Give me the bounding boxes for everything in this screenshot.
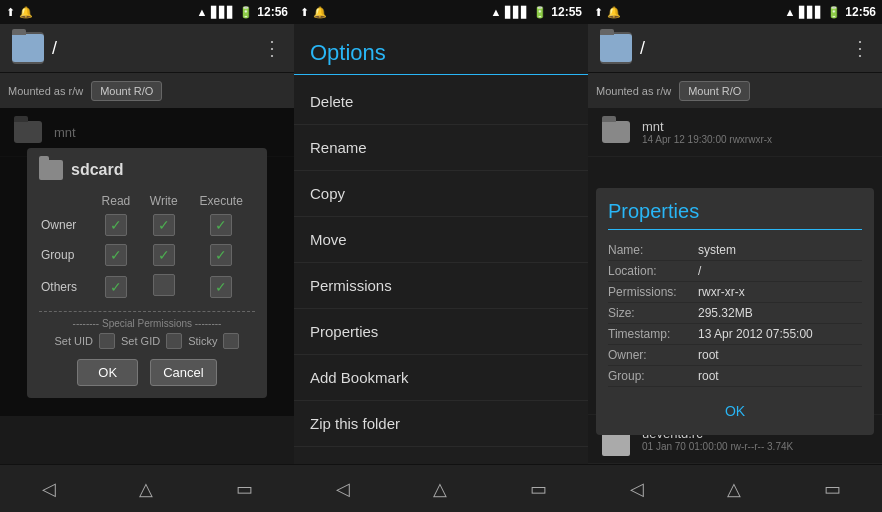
back-button-2[interactable]: ◁ [316,470,370,508]
wifi-icon: ▲ [196,6,207,18]
mount-button-3[interactable]: Mount R/O [679,81,750,101]
option-delete[interactable]: Delete [294,79,588,125]
title-bar-3: / ⋮ [588,24,882,72]
overflow-menu-1[interactable]: ⋮ [262,36,282,60]
props-label-owner: Owner: [608,348,698,362]
status-time-2: 12:55 [551,5,582,19]
file-list-1: mnt sdcard Read Write Execute [0,108,294,464]
group-write[interactable]: ✓ [140,240,187,270]
usb-icon: ⬆ [6,6,15,19]
file-meta-mnt-3: 14 Apr 12 19:30:00 rwxrwxr-x [642,134,772,145]
props-label-timestamp: Timestamp: [608,327,698,341]
others-execute[interactable]: ✓ [187,270,255,303]
properties-title: Properties [608,200,862,230]
properties-ok-button[interactable]: OK [709,399,761,423]
title-bar-1: / ⋮ [0,24,294,72]
dialog-title: sdcard [39,160,255,180]
row-label-owner: Owner [39,210,92,240]
back-button-3[interactable]: ◁ [610,470,664,508]
mount-button-1[interactable]: Mount R/O [91,81,162,101]
recent-button-1[interactable]: ▭ [216,470,273,508]
table-row-group: Group ✓ ✓ ✓ [39,240,255,270]
permissions-dialog: sdcard Read Write Execute Owner [27,148,267,398]
props-value-timestamp: 13 Apr 2012 07:55:00 [698,327,813,341]
props-value-location: / [698,264,701,278]
status-right-2: ▲ ▋▋▋ 🔋 12:55 [490,5,582,19]
owner-read[interactable]: ✓ [92,210,140,240]
option-zip-folder[interactable]: Zip this folder [294,401,588,447]
status-bar-2: ⬆ 🔔 ▲ ▋▋▋ 🔋 12:55 [294,0,588,24]
setuid-checkbox[interactable] [99,333,115,349]
status-time-3: 12:56 [845,5,876,19]
props-value-size: 295.32MB [698,306,753,320]
props-row-location: Location: / [608,261,862,282]
panel-properties: ⬆ 🔔 ▲ ▋▋▋ 🔋 12:56 / ⋮ Mounted as r/w Mou… [588,0,882,512]
overflow-menu-3[interactable]: ⋮ [850,36,870,60]
setgid-label: Set GID [121,335,160,347]
permissions-table: Read Write Execute Owner ✓ ✓ ✓ [39,192,255,303]
option-permissions[interactable]: Permissions [294,263,588,309]
option-copy[interactable]: Copy [294,171,588,217]
back-button-1[interactable]: ◁ [22,470,76,508]
signal-icon-3: ▋▋▋ [799,6,823,19]
col-blank [39,192,92,210]
option-create-tar[interactable]: Create Tar [294,447,588,464]
notification-icon-3: 🔔 [607,6,621,19]
bottom-nav-2: ◁ △ ▭ [294,464,588,512]
status-bar-3: ⬆ 🔔 ▲ ▋▋▋ 🔋 12:56 [588,0,882,24]
props-label-group: Group: [608,369,698,383]
col-write: Write [140,192,187,210]
panel-permissions: ⬆ 🔔 ▲ ▋▋▋ 🔋 12:56 / ⋮ Mounted as r/w Mou… [0,0,294,512]
props-label-name: Name: [608,243,698,257]
home-button-2[interactable]: △ [413,470,467,508]
recent-button-2[interactable]: ▭ [510,470,567,508]
properties-table: Name: system Location: / Permissions: rw… [608,240,862,387]
props-row-group: Group: root [608,366,862,387]
dialog-buttons: OK Cancel [39,359,255,386]
props-value-group: root [698,369,719,383]
wifi-icon-2: ▲ [490,6,501,18]
ok-button[interactable]: OK [77,359,138,386]
bottom-nav-3: ◁ △ ▭ [588,464,882,512]
app-icon-1 [12,32,44,64]
notification-icon-2: 🔔 [313,6,327,19]
usb-icon-3: ⬆ [594,6,603,19]
option-rename[interactable]: Rename [294,125,588,171]
col-read: Read [92,192,140,210]
option-add-bookmark[interactable]: Add Bookmark [294,355,588,401]
file-list-3: mnt 14 Apr 12 19:30:00 rwxrwxr-x Propert… [588,108,882,464]
mount-text-3: Mounted as r/w [596,85,671,97]
sticky-checkbox[interactable] [223,333,239,349]
others-read[interactable]: ✓ [92,270,140,303]
props-label-size: Size: [608,306,698,320]
props-label-location: Location: [608,264,698,278]
props-value-owner: root [698,348,719,362]
file-info-mnt-3: mnt 14 Apr 12 19:30:00 rwxrwxr-x [642,119,772,145]
cancel-button[interactable]: Cancel [150,359,216,386]
recent-button-3[interactable]: ▭ [804,470,861,508]
options-list: Delete Rename Copy Move Permissions Prop… [294,79,588,464]
file-item-mnt-3[interactable]: mnt 14 Apr 12 19:30:00 rwxrwxr-x [588,108,882,157]
others-write[interactable] [140,270,187,303]
option-properties[interactable]: Properties [294,309,588,355]
signal-icon-2: ▋▋▋ [505,6,529,19]
group-execute[interactable]: ✓ [187,240,255,270]
file-name-mnt-3: mnt [642,119,772,134]
setgid-checkbox[interactable] [166,333,182,349]
props-value-permissions: rwxr-xr-x [698,285,745,299]
options-title: Options [294,24,588,75]
owner-write[interactable]: ✓ [140,210,187,240]
panel-options: ⬆ 🔔 ▲ ▋▋▋ 🔋 12:55 Options Delete Rename … [294,0,588,512]
home-button-1[interactable]: △ [119,470,173,508]
owner-execute[interactable]: ✓ [187,210,255,240]
table-row-others: Others ✓ ✓ [39,270,255,303]
props-row-name: Name: system [608,240,862,261]
home-button-3[interactable]: △ [707,470,761,508]
props-label-permissions: Permissions: [608,285,698,299]
wifi-icon-3: ▲ [784,6,795,18]
mount-text-1: Mounted as r/w [8,85,83,97]
properties-dialog: Properties Name: system Location: / Perm… [596,188,874,435]
option-move[interactable]: Move [294,217,588,263]
sticky-label: Sticky [188,335,217,347]
group-read[interactable]: ✓ [92,240,140,270]
